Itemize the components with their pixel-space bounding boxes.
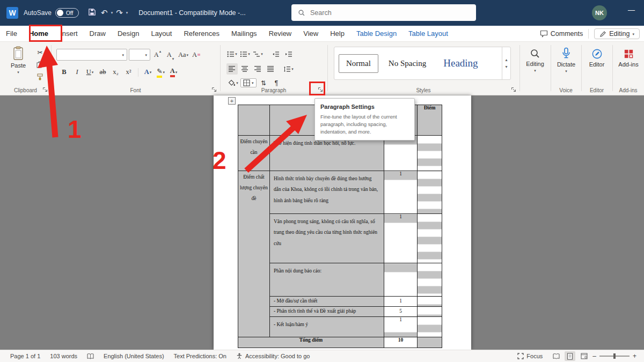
read-mode-button[interactable]: [551, 351, 561, 361]
table-cell[interactable]: [418, 337, 442, 348]
underline-button[interactable]: U▾: [84, 67, 96, 78]
copy-button[interactable]: [34, 59, 46, 70]
styles-gallery-more-button[interactable]: ▴ ▾: [502, 47, 510, 79]
bold-button[interactable]: B: [58, 67, 70, 78]
bullets-button[interactable]: ▾: [226, 48, 238, 60]
decrease-indent-button[interactable]: [270, 48, 281, 60]
autosave-toggle[interactable]: Off: [55, 8, 79, 18]
style-heading[interactable]: Heading: [436, 53, 485, 73]
sort-button[interactable]: ⇅: [258, 77, 269, 88]
category-cell[interactable]: Điểm chất lượng chuyên đề: [238, 171, 270, 337]
avatar[interactable]: NK: [592, 5, 607, 20]
criteria-cell[interactable]: - Mở đầu/sự cần thiết: [270, 297, 384, 307]
table-cell[interactable]: [238, 105, 270, 136]
score-cell[interactable]: 1: [384, 214, 418, 263]
clear-formatting-button[interactable]: A: [191, 49, 202, 61]
accessibility-status[interactable]: Accessibility: Good to go: [231, 353, 314, 359]
zoom-out-button[interactable]: –: [592, 352, 596, 360]
borders-button[interactable]: ▾: [240, 78, 257, 87]
multilevel-list-button[interactable]: ▾: [252, 48, 264, 60]
tab-home[interactable]: Home: [23, 26, 54, 41]
undo-dropdown-icon[interactable]: ▾: [111, 11, 113, 15]
shrink-font-button[interactable]: A▾: [165, 49, 176, 61]
score-cell[interactable]: 1: [384, 136, 418, 171]
change-case-button[interactable]: Aa▾: [178, 49, 189, 61]
tab-review[interactable]: Review: [263, 26, 298, 41]
text-predictions-indicator[interactable]: Text Predictions: On: [169, 353, 231, 359]
zoom-slider[interactable]: [599, 356, 630, 357]
tab-table-layout[interactable]: Table Layout: [402, 26, 454, 41]
tab-file[interactable]: File: [0, 26, 23, 41]
font-dialog-launcher[interactable]: [210, 86, 218, 93]
comments-button[interactable]: Comments: [540, 30, 583, 38]
zoom-in-button[interactable]: +: [633, 352, 636, 360]
focus-button[interactable]: Focus: [513, 353, 547, 359]
subscript-button[interactable]: x₂: [110, 67, 121, 78]
dictate-button[interactable]: Dictate ▾: [554, 47, 578, 73]
tab-design[interactable]: Design: [112, 26, 145, 41]
total-label-cell[interactable]: Tổng điểm: [238, 337, 384, 348]
tab-help[interactable]: Help: [324, 26, 350, 41]
score-cell[interactable]: 1: [384, 317, 418, 337]
align-center-button[interactable]: [239, 63, 251, 75]
total-score-cell[interactable]: 10: [384, 337, 418, 348]
tab-draw[interactable]: Draw: [84, 26, 112, 41]
align-right-button[interactable]: [252, 63, 264, 75]
page-indicator[interactable]: Page 1 of 1: [5, 353, 45, 359]
score-cell[interactable]: 1: [384, 171, 418, 214]
superscript-button[interactable]: x²: [123, 67, 134, 78]
editor-button[interactable]: Editor: [585, 48, 609, 68]
category-cell[interactable]: Điểm chuyên cần: [238, 136, 270, 171]
clipboard-dialog-launcher[interactable]: [41, 86, 49, 93]
tab-view[interactable]: View: [297, 26, 324, 41]
zoom-slider-knob[interactable]: [613, 353, 616, 359]
paragraph-dialog-launcher[interactable]: [317, 86, 324, 93]
tab-insert[interactable]: Insert: [54, 26, 84, 41]
numbering-button[interactable]: ▾: [239, 48, 251, 60]
tab-mailings[interactable]: Mailings: [225, 26, 263, 41]
editing-mode-button[interactable]: Editing ▾: [594, 28, 640, 39]
score-header-cell[interactable]: Điểm: [418, 105, 442, 136]
table-cell[interactable]: [418, 136, 442, 171]
score-cell[interactable]: [384, 263, 418, 297]
score-cell[interactable]: 1: [384, 297, 418, 307]
criteria-cell[interactable]: - Phân tích tình thế và Đề xuất giải phá…: [270, 307, 384, 317]
increase-indent-button[interactable]: [283, 48, 294, 60]
format-painter-button[interactable]: [34, 71, 46, 83]
minimize-button[interactable]: —: [623, 3, 640, 17]
font-size-combo[interactable]: ▾: [129, 49, 150, 61]
font-name-combo[interactable]: ▾: [56, 49, 127, 61]
highlight-color-button[interactable]: ✎▾: [155, 67, 166, 78]
criteria-cell[interactable]: - Kết luận/hàm ý: [270, 317, 384, 337]
proofing-status[interactable]: [82, 353, 99, 359]
redo-icon[interactable]: ↷: [114, 8, 125, 18]
criteria-cell[interactable]: Văn phong trong sáng, không có câu tối n…: [270, 214, 384, 263]
table-cell[interactable]: [418, 297, 442, 307]
tab-layout[interactable]: Layout: [145, 26, 178, 41]
language-indicator[interactable]: English (United States): [99, 353, 169, 359]
line-spacing-button[interactable]: ▾: [283, 63, 294, 75]
editing-button[interactable]: Editing ▾: [523, 48, 547, 72]
grow-font-button[interactable]: A▴: [152, 49, 163, 61]
document-title[interactable]: Document1 - Compatibility Mode -...: [138, 9, 245, 17]
table-cell[interactable]: [418, 171, 442, 214]
align-left-button[interactable]: [226, 63, 238, 75]
styles-dialog-launcher[interactable]: [510, 86, 517, 93]
table-cell[interactable]: [418, 263, 442, 297]
italic-button[interactable]: I: [71, 67, 83, 78]
shading-button[interactable]: ▾: [228, 77, 239, 88]
search-box[interactable]: [291, 4, 476, 21]
table-move-handle[interactable]: +: [228, 97, 236, 105]
paste-button[interactable]: Paste ▾: [6, 46, 30, 74]
style-normal[interactable]: Normal: [339, 54, 378, 73]
word-logo-icon[interactable]: W: [6, 7, 18, 19]
criteria-cell[interactable]: Phần nội dung báo cáo:: [270, 263, 384, 297]
save-icon[interactable]: [86, 8, 98, 18]
show-formatting-marks-button[interactable]: ¶: [271, 77, 282, 88]
justify-button[interactable]: [265, 63, 276, 75]
table-cell[interactable]: [418, 214, 442, 263]
addins-button[interactable]: Add-ins: [617, 48, 640, 68]
cut-button[interactable]: ✂: [34, 47, 46, 58]
font-color-button[interactable]: A▾: [168, 67, 179, 78]
search-input[interactable]: [310, 9, 450, 17]
